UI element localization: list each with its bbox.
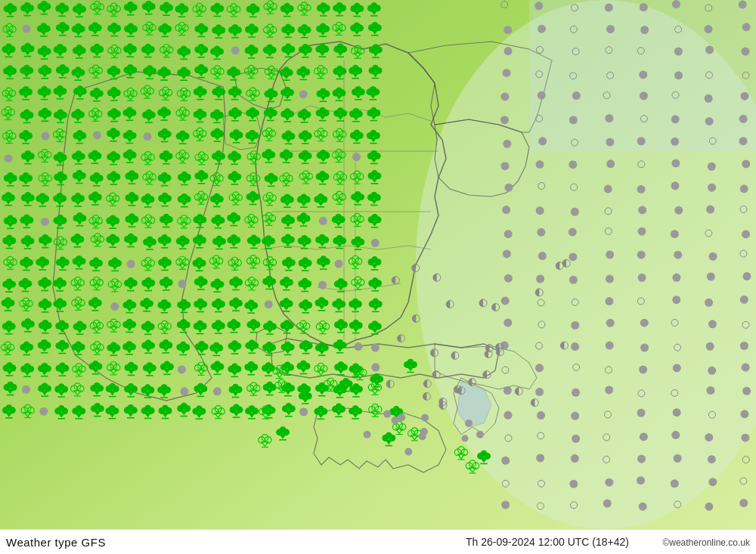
map-datetime: Th 26-09-2024 12:00 UTC (18+42) xyxy=(466,536,629,548)
svg-rect-0 xyxy=(0,0,756,529)
svg-rect-2 xyxy=(529,0,756,151)
copyright: ©weatheronline.co.uk xyxy=(662,537,750,548)
weather-map xyxy=(0,0,756,529)
svg-point-1 xyxy=(416,0,756,529)
weather-symbols-layer xyxy=(0,0,756,529)
bottom-bar: Weather type GFS Th 26-09-2024 12:00 UTC… xyxy=(0,529,756,554)
map-title: Weather type GFS xyxy=(6,536,106,549)
